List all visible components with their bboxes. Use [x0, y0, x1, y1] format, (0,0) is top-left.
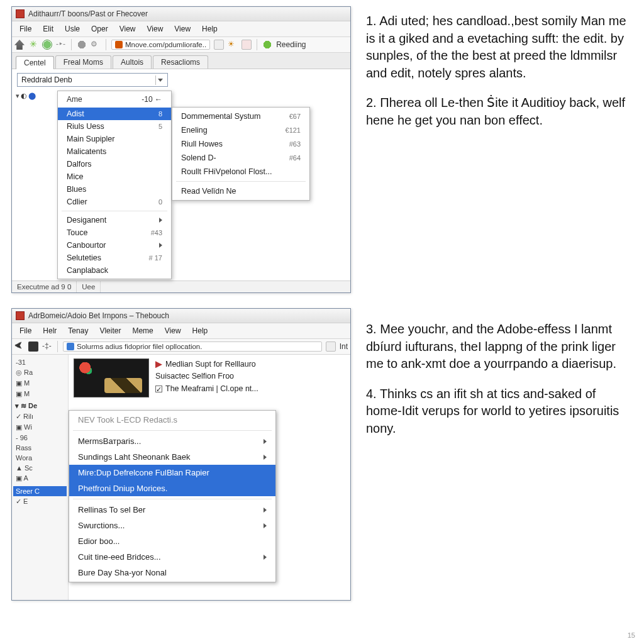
lp-footer[interactable]: Sreer C [13, 486, 67, 496]
tb2-icon[interactable] [326, 341, 336, 352]
menu-view-b[interactable]: View [160, 325, 186, 337]
menu-label: Sundings Laht Sheonank Baek [78, 452, 191, 462]
window-title-2: AdrBomeic/Adoio Bet Irnpons – Thebouch [28, 311, 169, 320]
lp-item[interactable]: Wora [13, 453, 67, 463]
menu-file-2[interactable]: File [14, 325, 36, 337]
menu-tenay[interactable]: Tenay [63, 325, 93, 337]
right-pane: Medlian Supt for Relllauro Suisactec Sel… [69, 355, 350, 600]
menu-label: Read Velïdn Ne [181, 187, 236, 196]
submenu-item[interactable]: Riull Howes#63 [172, 137, 309, 151]
status-right: Uee [77, 281, 101, 292]
menu-label: Mire:Dup Defrelcone FulBlan Rapier [78, 468, 209, 477]
lp-item[interactable]: ▣ A [13, 473, 67, 484]
globe-icon[interactable] [42, 40, 52, 50]
address-pill-2[interactable]: Solurms adius fidoprior filel opllocatio… [63, 341, 322, 352]
app-icon [16, 9, 25, 18]
thumb-line[interactable]: Medlian Supt for Relllauro [155, 358, 258, 370]
menu-meme[interactable]: Meme [127, 325, 158, 337]
submenu-item[interactable]: Read Velïdn Ne [172, 184, 309, 198]
menu-item[interactable]: Canbourtor [58, 239, 171, 252]
submenu-item[interactable]: Eneling€121 [172, 123, 309, 137]
submenu-item[interactable]: Dommemental Systum€67 [172, 109, 309, 123]
thumbnail-icon[interactable] [74, 358, 149, 397]
ctx-item[interactable]: Swurctions... [69, 518, 275, 533]
menu-item[interactable]: Cdlier0 [58, 196, 171, 208]
menu-label: Eneling [181, 126, 208, 135]
submenu-item[interactable]: Solend D-#64 [172, 151, 309, 165]
lp-item[interactable]: ▲ Sc [13, 463, 67, 473]
menu-help-2[interactable]: Help [187, 325, 213, 337]
ctx-item[interactable]: MermsВатparis... [69, 433, 275, 449]
thumb-block: Medlian Supt for Relllauro Suisactec Sel… [74, 358, 345, 397]
lp-footer2[interactable]: ✓ E [13, 496, 67, 507]
star-icon[interactable]: ✳ [28, 40, 38, 50]
home-icon[interactable] [14, 40, 25, 50]
menu-item[interactable]: Canplaback [58, 264, 171, 277]
lp-group-head[interactable]: ▾ ≋ De [13, 399, 67, 411]
toolbar-divider-3 [257, 39, 257, 50]
menu-oper[interactable]: Oper [86, 23, 113, 35]
menu-helr[interactable]: Helr [38, 325, 62, 337]
ctx-item[interactable]: Rellinas To sel Ber [69, 502, 275, 518]
menu-view-2[interactable]: View [142, 23, 169, 35]
menu-item[interactable]: Mice [58, 170, 171, 183]
lp-item[interactable]: -31 [13, 357, 67, 367]
gear-icon[interactable]: ⚙ [91, 40, 101, 50]
menu-view-1[interactable]: View [114, 23, 141, 35]
lp-item[interactable]: ▣ Wi [13, 422, 67, 433]
address-pill[interactable]: Mnove.com/pdumliorafe.. [111, 40, 210, 50]
menu-code: €121 [286, 126, 301, 134]
menu-elit[interactable]: Elit [38, 23, 58, 35]
menu-view-3[interactable]: View [169, 23, 196, 35]
tb-icon-a[interactable] [214, 40, 224, 50]
submenu-item[interactable]: Roullt FHiVpelonol Flost... [172, 165, 309, 179]
dropdown-field[interactable]: Reddrald Denb [17, 73, 168, 87]
thumb-label: The Meaframi | Cl.ope nt... [165, 384, 258, 393]
menu-label: Solend D- [181, 153, 216, 162]
menu-item[interactable]: Seluteties# 17 [58, 252, 171, 264]
tab-resaclioms[interactable]: Resaclioms [153, 55, 208, 69]
menu-item-adist[interactable]: Adist 8 [58, 108, 171, 120]
back-icon[interactable]: ⮜ [14, 341, 25, 352]
plus-icon[interactable]: -‡- [42, 341, 52, 352]
menu-item[interactable]: Main Supipler [58, 133, 171, 145]
save-icon[interactable] [28, 341, 38, 352]
lp-item[interactable]: ✓ Rilı [13, 411, 67, 422]
ctx-item[interactable]: Edior boo... [69, 533, 275, 549]
menu-usle[interactable]: Usle [60, 23, 85, 35]
ctx-item[interactable]: Cuit tine-eed Bridces... [69, 549, 275, 565]
lp-item[interactable]: ▣ M [13, 389, 67, 399]
lp-item[interactable]: ◎ Ra [13, 367, 67, 378]
left-pane[interactable]: -31 ◎ Ra ▣ M ▣ M ▾ ≋ De ✓ Rilı ▣ Wi - 96… [12, 355, 69, 600]
fwd-icon[interactable]: -‣- [56, 40, 66, 50]
lp-item[interactable]: Rass [13, 443, 67, 453]
menu-vleiter[interactable]: Vleiter [94, 325, 126, 337]
thumb-line[interactable]: The Meaframi | Cl.ope nt... [155, 383, 258, 395]
menu-help[interactable]: Help [197, 23, 223, 35]
menu-item[interactable]: Touce#43 [58, 226, 171, 239]
ctx-item-selected[interactable]: Mire:Dup Defrelcone FulBlan Rapier [69, 465, 275, 480]
menu-item[interactable]: Desiganent [58, 214, 171, 226]
tab-centel[interactable]: Centel [16, 56, 54, 69]
ctx-item[interactable]: Bure Day Sha-yor Nonal [69, 565, 275, 580]
side-half-icon: ◐ [21, 92, 27, 100]
ctx-item-selected[interactable]: Phetfroni Dniup Morices. [69, 480, 275, 496]
menu-file[interactable]: File [14, 23, 36, 35]
menu-code: #43 [151, 229, 162, 236]
tab-aultois[interactable]: Aultois [113, 55, 152, 69]
thumb-line[interactable]: Suisactec Selfion Froo [155, 370, 258, 382]
menu-item[interactable]: Dalfors [58, 158, 171, 170]
menu-item[interactable]: Blues [58, 183, 171, 196]
tab-freal-moms[interactable]: Freal Moms [55, 55, 111, 69]
tb-icon-c[interactable] [242, 40, 252, 50]
tb-icon-b[interactable]: ☀ [228, 40, 238, 50]
ctx-item[interactable]: NEV Took L-ECD Redacti.s [69, 412, 275, 428]
ctx-item[interactable]: Sundings Laht Sheonank Baek [69, 449, 275, 465]
menu-item[interactable]: Riuls Uess5 [58, 120, 171, 133]
menu-item[interactable]: Malicatents [58, 145, 171, 158]
lp-item[interactable]: ▣ M [13, 378, 67, 389]
menu-header-right: -10 ← [142, 95, 162, 104]
refresh-icon[interactable] [262, 40, 272, 50]
lp-item[interactable]: - 96 [13, 433, 67, 443]
stop-icon[interactable] [77, 40, 87, 50]
